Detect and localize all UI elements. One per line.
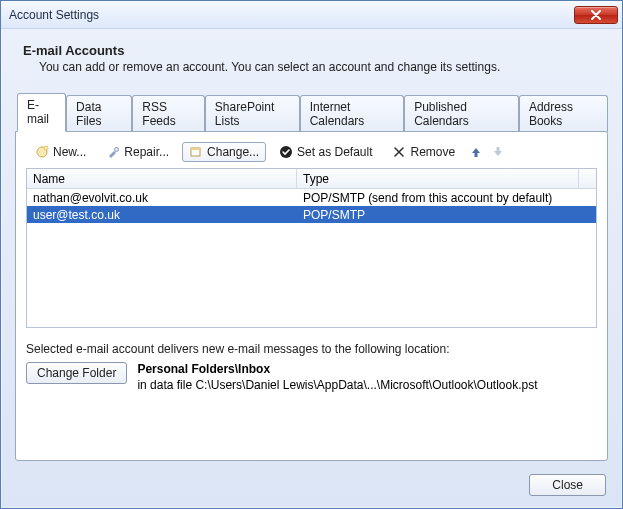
- remove-label: Remove: [410, 145, 455, 159]
- repair-label: Repair...: [124, 145, 169, 159]
- section-heading: E-mail Accounts: [23, 43, 608, 58]
- tab-data-files[interactable]: Data Files: [66, 95, 132, 132]
- tab-email[interactable]: E-mail: [17, 93, 66, 132]
- account-settings-window: Account Settings E-mail Accounts You can…: [0, 0, 623, 509]
- tab-content: New... Repair... Change...: [15, 131, 608, 461]
- svg-point-1: [44, 146, 48, 150]
- tab-internet-calendars[interactable]: Internet Calendars: [300, 95, 405, 132]
- cell-name: nathan@evolvit.co.uk: [27, 191, 297, 205]
- arrow-down-icon: [492, 146, 504, 158]
- delivery-text: Personal Folders\Inbox in data file C:\U…: [137, 362, 537, 392]
- set-default-button[interactable]: Set as Default: [272, 142, 379, 162]
- move-up-button[interactable]: [468, 144, 484, 160]
- window-title: Account Settings: [9, 8, 574, 22]
- new-button[interactable]: New...: [28, 142, 93, 162]
- new-icon: [35, 145, 49, 159]
- accounts-list: Name Type nathan@evolvit.co.uk POP/SMTP …: [26, 168, 597, 328]
- tab-published-calendars[interactable]: Published Calendars: [404, 95, 519, 132]
- change-button[interactable]: Change...: [182, 142, 266, 162]
- cell-type: POP/SMTP (send from this account by defa…: [297, 191, 596, 205]
- delivery-location: Personal Folders\Inbox: [137, 362, 537, 376]
- section-subheading: You can add or remove an account. You ca…: [39, 60, 608, 74]
- repair-icon: [106, 145, 120, 159]
- close-icon: [590, 10, 602, 20]
- remove-icon: [392, 145, 406, 159]
- close-button[interactable]: Close: [529, 474, 606, 496]
- dialog-body: E-mail Accounts You can add or remove an…: [1, 29, 622, 475]
- change-folder-button[interactable]: Change Folder: [26, 362, 127, 384]
- tab-address-books[interactable]: Address Books: [519, 95, 608, 132]
- change-icon: [189, 145, 203, 159]
- column-header-type[interactable]: Type: [297, 169, 578, 188]
- delivery-row: Change Folder Personal Folders\Inbox in …: [26, 362, 597, 392]
- new-label: New...: [53, 145, 86, 159]
- move-down-button[interactable]: [490, 144, 506, 160]
- tab-sharepoint-lists[interactable]: SharePoint Lists: [205, 95, 300, 132]
- titlebar: Account Settings: [1, 1, 622, 29]
- delivery-intro: Selected e-mail account delivers new e-m…: [26, 342, 597, 356]
- repair-button[interactable]: Repair...: [99, 142, 176, 162]
- toolbar: New... Repair... Change...: [26, 140, 597, 168]
- check-circle-icon: [279, 145, 293, 159]
- tab-rss-feeds[interactable]: RSS Feeds: [132, 95, 205, 132]
- column-header-name[interactable]: Name: [27, 169, 297, 188]
- table-row[interactable]: nathan@evolvit.co.uk POP/SMTP (send from…: [27, 189, 596, 206]
- cell-type: POP/SMTP: [297, 208, 596, 222]
- dialog-footer: Close: [529, 474, 606, 496]
- tab-strip: E-mail Data Files RSS Feeds SharePoint L…: [15, 92, 608, 131]
- arrow-up-icon: [470, 146, 482, 158]
- svg-rect-4: [191, 148, 200, 150]
- delivery-path: in data file C:\Users\Daniel Lewis\AppDa…: [137, 378, 537, 392]
- column-header-end: [578, 169, 596, 188]
- svg-point-2: [115, 148, 119, 152]
- cell-name: user@test.co.uk: [27, 208, 297, 222]
- window-close-button[interactable]: [574, 6, 618, 24]
- change-label: Change...: [207, 145, 259, 159]
- table-row[interactable]: user@test.co.uk POP/SMTP: [27, 206, 596, 223]
- set-default-label: Set as Default: [297, 145, 372, 159]
- list-header: Name Type: [27, 169, 596, 189]
- remove-button[interactable]: Remove: [385, 142, 462, 162]
- list-rows: nathan@evolvit.co.uk POP/SMTP (send from…: [27, 189, 596, 327]
